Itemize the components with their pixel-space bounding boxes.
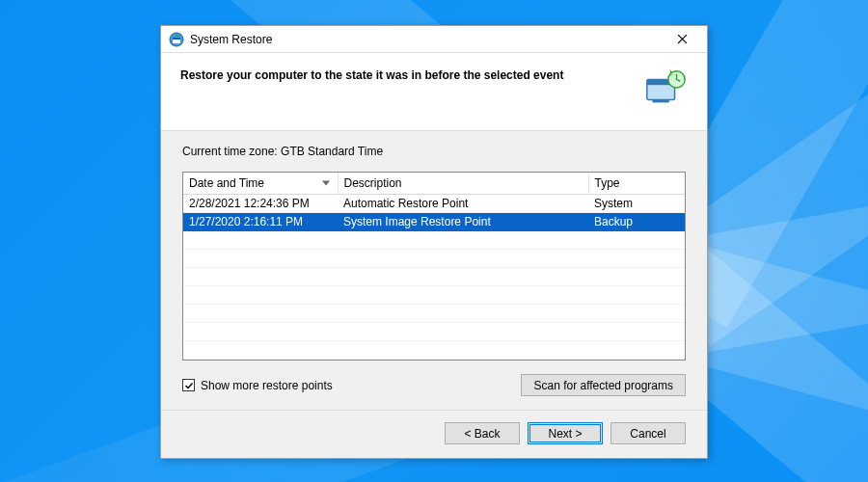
- table-row: ...: [183, 230, 685, 249]
- show-more-checkbox[interactable]: Show more restore points: [182, 379, 333, 392]
- system-restore-icon: [169, 32, 184, 47]
- timezone-label: Current time zone: GTB Standard Time: [182, 145, 686, 158]
- svg-rect-5: [653, 100, 669, 103]
- table-row: ...: [183, 304, 685, 322]
- table-row: ...: [183, 267, 685, 285]
- restore-points-table[interactable]: Date and Time Description Type 2/28/2021…: [182, 172, 686, 361]
- table-row[interactable]: 2/28/2021 12:24:36 PMAutomatic Restore P…: [183, 194, 685, 212]
- dialog-header: Restore your computer to the state it wa…: [161, 53, 707, 131]
- window-title: System Restore: [190, 33, 661, 46]
- column-header-date[interactable]: Date and Time: [183, 173, 338, 194]
- dialog-heading: Restore your computer to the state it wa…: [180, 67, 632, 82]
- table-row: ...: [183, 285, 685, 304]
- next-button[interactable]: Next >: [528, 422, 603, 444]
- column-header-type[interactable]: Type: [588, 173, 685, 194]
- table-row: ...: [183, 322, 685, 340]
- table-row[interactable]: 1/27/2020 2:16:11 PMSystem Image Restore…: [183, 212, 685, 230]
- cancel-button[interactable]: Cancel: [610, 422, 686, 444]
- sort-descending-icon: [322, 180, 330, 185]
- table-row: ...: [183, 249, 685, 267]
- titlebar: System Restore: [161, 26, 707, 53]
- checkbox-icon: [182, 379, 195, 391]
- column-header-description[interactable]: Description: [338, 173, 588, 194]
- table-row: ...: [183, 340, 685, 359]
- wizard-footer: < Back Next > Cancel: [161, 410, 707, 458]
- table-row: ...: [183, 359, 685, 361]
- restore-hero-icon: [643, 67, 688, 111]
- system-restore-dialog: System Restore Restore your computer to …: [160, 25, 708, 459]
- scan-affected-button[interactable]: Scan for affected programs: [521, 374, 686, 396]
- svg-rect-2: [173, 38, 180, 40]
- close-button[interactable]: [661, 26, 703, 53]
- show-more-label: Show more restore points: [201, 379, 333, 392]
- back-button[interactable]: < Back: [445, 422, 520, 444]
